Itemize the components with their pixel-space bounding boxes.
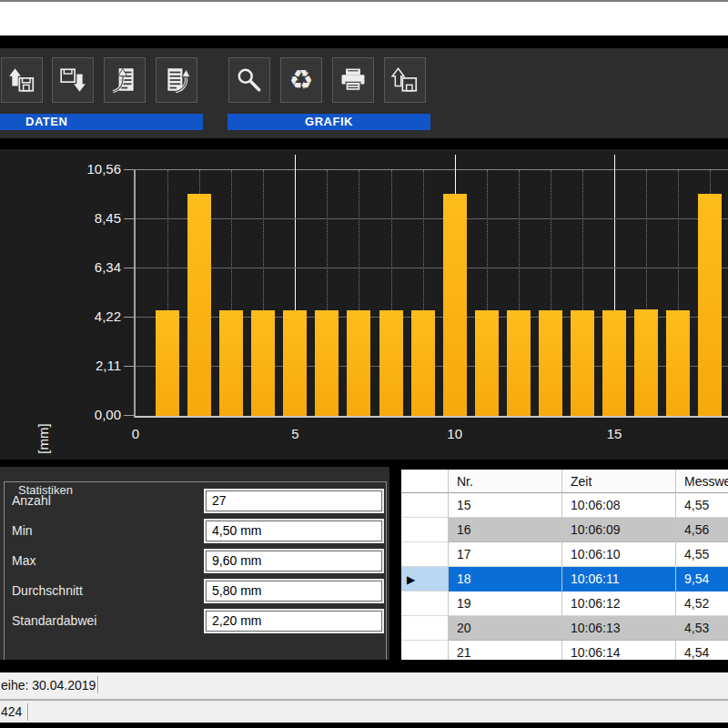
measurement-table[interactable]: Nr. Zeit Messwert 1510:06:084,551610:06:…: [401, 470, 728, 660]
y-tick-label: 0,00: [72, 407, 121, 422]
table-row[interactable]: 1710:06:104,55: [401, 542, 728, 567]
horizontal-gridline: [136, 218, 728, 219]
bar-measurement-9: [411, 310, 435, 416]
row-header-cell[interactable]: [401, 518, 449, 542]
zoom-icon: [235, 66, 264, 95]
measurement-app-window: ♻ DATEN GRAFIK [mm] 0,002,114,2: [0, 0, 728, 728]
row-header-cell[interactable]: [401, 542, 449, 567]
save-graphic-icon: [390, 66, 420, 95]
column-header-messwert[interactable]: Messwert: [676, 470, 728, 493]
cell-nr[interactable]: 18: [449, 567, 562, 592]
y-tick-label: 4,22: [72, 308, 121, 324]
status-series-date: eihe: 30.04.2019: [1, 672, 96, 699]
table-row[interactable]: ▶1810:06:119,54: [401, 567, 728, 592]
bar-measurement-6: [315, 310, 339, 416]
row-header-cell[interactable]: [401, 493, 449, 518]
row-header-cell[interactable]: ▶: [401, 567, 449, 592]
y-tick-mark: [124, 169, 134, 170]
print-graph-button[interactable]: [332, 57, 374, 103]
toolbar-group-label-daten: DATEN: [0, 114, 203, 130]
column-header-nr[interactable]: Nr.: [449, 470, 562, 493]
open-floppy-icon: [7, 66, 36, 95]
y-tick-label: 10,56: [72, 161, 121, 177]
cell-nr[interactable]: 17: [449, 542, 562, 567]
row-header-column: [401, 470, 449, 493]
bar-measurement-17: [666, 310, 690, 416]
save-data-button[interactable]: [52, 57, 94, 103]
cell-zeit[interactable]: 10:06:13: [562, 616, 676, 641]
stat-value-max[interactable]: 9,60 mm: [206, 551, 382, 571]
bar-measurement-5: [283, 310, 307, 416]
bar-measurement-4: [251, 310, 275, 416]
stat-value-min[interactable]: 4,50 mm: [206, 521, 382, 541]
cell-nr[interactable]: 15: [449, 493, 562, 518]
y-tick-label: 6,34: [72, 259, 121, 275]
export-data-button[interactable]: [156, 57, 197, 103]
x-tick-label: 0: [132, 426, 139, 441]
x-tick-label: 10: [447, 426, 462, 441]
statistics-groupbox: Statistiken Anzahl 27 Min 4,50 mm Max 9,…: [4, 481, 387, 662]
cell-zeit[interactable]: 10:06:09: [562, 518, 676, 542]
cell-messwert[interactable]: 4,55: [676, 542, 728, 567]
bar-measurement-3: [219, 310, 243, 416]
status-bar-1: eihe: 30.04.2019: [0, 672, 728, 699]
bar-measurement-13: [539, 310, 562, 416]
import-document-icon: [110, 66, 139, 95]
cell-nr[interactable]: 16: [449, 518, 562, 542]
y-tick-mark: [124, 317, 134, 318]
status-device-id: 424: [1, 701, 22, 723]
stat-value-durchschnitt[interactable]: 5,80 mm: [206, 581, 382, 602]
row-header-cell[interactable]: [401, 592, 449, 616]
title-strip: [0, 35, 728, 48]
cell-zeit[interactable]: 10:06:12: [562, 592, 676, 616]
y-tick-mark: [124, 218, 134, 219]
cell-nr[interactable]: 21: [449, 641, 562, 660]
open-data-button[interactable]: [1, 57, 43, 103]
import-data-button[interactable]: [104, 57, 146, 103]
bar-measurement-8: [379, 310, 403, 416]
y-tick-mark: [124, 366, 134, 367]
cell-zeit[interactable]: 10:06:10: [562, 542, 676, 567]
row-header-cell[interactable]: [401, 641, 449, 660]
cell-zeit[interactable]: 10:06:08: [562, 493, 676, 518]
cell-messwert[interactable]: 4,54: [676, 641, 728, 660]
table-row[interactable]: 2010:06:134,53: [401, 616, 728, 641]
cell-nr[interactable]: 19: [449, 592, 562, 616]
cell-nr[interactable]: 20: [449, 616, 562, 641]
horizontal-gridline: [136, 268, 728, 268]
status-bar-2: 424: [0, 699, 728, 723]
row-selector-arrow-icon: ▶: [407, 573, 415, 586]
y-tick-mark: [124, 268, 134, 268]
cell-messwert[interactable]: 4,55: [676, 493, 728, 518]
toolbar-group-label-grafik: GRAFIK: [228, 114, 430, 130]
plot-area: [134, 169, 728, 418]
measurement-table-body: 1510:06:084,551610:06:094,561710:06:104,…: [401, 493, 728, 660]
reset-graph-button[interactable]: ♻: [280, 57, 322, 103]
save-graphic-button[interactable]: [384, 57, 426, 103]
status-separator: [97, 676, 99, 693]
cell-messwert[interactable]: 4,53: [676, 616, 728, 641]
table-row[interactable]: 1510:06:084,55: [401, 493, 728, 518]
stat-value-anzahl[interactable]: 27: [206, 490, 382, 511]
zoom-graph-button[interactable]: [228, 57, 270, 103]
table-row[interactable]: 1910:06:124,52: [401, 592, 728, 616]
y-tick-mark: [124, 415, 134, 416]
cell-zeit[interactable]: 10:06:11: [562, 567, 676, 592]
cell-messwert[interactable]: 9,54: [676, 567, 728, 592]
cell-messwert[interactable]: 4,56: [676, 518, 728, 542]
table-row[interactable]: 2110:06:144,54: [401, 641, 728, 660]
table-header-row: Nr. Zeit Messwert: [401, 470, 728, 493]
bar-measurement-18: [698, 194, 722, 416]
bar-measurement-7: [347, 310, 370, 416]
table-row[interactable]: 1610:06:094,56: [401, 518, 728, 542]
x-tick-label: 15: [607, 426, 622, 441]
row-header-cell[interactable]: [401, 616, 449, 641]
bottom-panel: Statistiken Anzahl 27 Min 4,50 mm Max 9,…: [0, 460, 728, 660]
menu-area: [0, 2, 728, 35]
reset-recycle-icon: ♻: [289, 66, 314, 94]
stat-value-standardabwei[interactable]: 2,20 mm: [206, 611, 382, 632]
column-header-zeit[interactable]: Zeit: [562, 470, 676, 493]
cell-messwert[interactable]: 4,52: [676, 592, 728, 616]
export-document-icon: [162, 66, 191, 95]
cell-zeit[interactable]: 10:06:14: [562, 641, 676, 660]
